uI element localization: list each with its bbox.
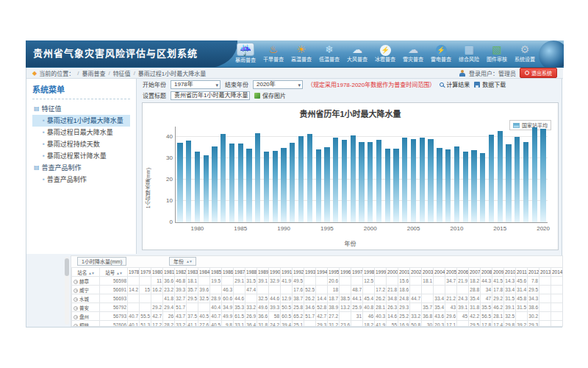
nav-item-3[interactable]: ☀高温普查 — [287, 42, 315, 63]
year-column-header[interactable]: 1988 — [245, 268, 257, 277]
year-column-header[interactable]: 1990 — [269, 268, 281, 277]
year-column-header[interactable]: 2011 — [516, 268, 528, 277]
year-column-header[interactable]: 2013 — [539, 268, 551, 277]
scrollbar-thumb[interactable] — [65, 258, 69, 276]
nav-item-10[interactable]: ▧图件审核 — [483, 42, 511, 63]
download-button-label: 数据下载 — [482, 80, 506, 88]
sidebar-item-6[interactable]: ▤普查产品制作 — [32, 162, 130, 174]
year-column-header[interactable]: 2014 — [551, 268, 563, 277]
nav-item-label: 图件审核 — [483, 56, 511, 63]
save-image-button-label: 保存图片 — [262, 91, 286, 99]
year-column-header[interactable]: 1985 — [210, 268, 222, 277]
header-label: 站名 — [77, 270, 87, 275]
sidebar-item-label: 暴雨过程持续天数 — [47, 138, 100, 150]
nav-item-2[interactable]: ♨干旱普查 — [259, 42, 287, 63]
sort-arrows-icon[interactable]: ▲▼ — [116, 271, 122, 275]
value-cell — [198, 277, 210, 286]
year-column-header[interactable]: 1995 — [328, 268, 340, 277]
row-select-radio[interactable] — [74, 280, 78, 284]
sidebar-item-4[interactable]: ▪暴雨过程持续天数 — [32, 138, 130, 150]
sort-arrows-icon[interactable]: ▲▼ — [186, 259, 192, 263]
year-column-header[interactable]: 2012 — [528, 268, 539, 277]
save-image-button[interactable]: 保存图片 — [254, 91, 286, 99]
year-column-header[interactable]: 1991 — [281, 268, 293, 277]
year-column-header[interactable]: 2002 — [410, 268, 422, 277]
year-column-header[interactable]: 1992 — [293, 268, 304, 277]
logout-button[interactable]: 退出系统 — [520, 68, 557, 78]
breadcrumb-segment[interactable]: 特征值 — [113, 69, 131, 77]
value-cell — [434, 286, 445, 294]
year-column-header[interactable]: 1986 — [222, 268, 234, 277]
year-column-header[interactable]: 1998 — [363, 268, 375, 277]
station-name-header[interactable]: 站名 ▲▼ — [72, 268, 100, 277]
download-data-button[interactable]: 数据下载 — [474, 80, 506, 88]
year-column-header[interactable]: 2000 — [387, 268, 398, 277]
year-column-header[interactable]: 1987 — [234, 268, 245, 277]
value-cell: 28.1 — [375, 303, 387, 312]
year-column-header[interactable]: 1978 — [128, 268, 140, 277]
year-column-header[interactable]: 1989 — [257, 268, 269, 277]
row-select-radio[interactable] — [74, 306, 78, 311]
sidebar-item-1[interactable]: ▤特征值 — [32, 103, 130, 115]
sidebar-item-5[interactable]: ▪暴雨过程累计降水量 — [32, 150, 130, 162]
value-cell: 29.5 — [187, 294, 198, 303]
year-column-header[interactable]: 1984 — [198, 268, 210, 277]
document-icon: ▪ — [43, 174, 45, 185]
end-year-select[interactable]: 2020年 — [253, 80, 303, 89]
nav-item-1[interactable]: ☔暴雨普查 — [232, 42, 259, 63]
station-id-header[interactable]: 站号 ▲▼ — [100, 268, 128, 277]
start-year-select[interactable]: 1978年 — [171, 80, 220, 89]
table-vertical-scrollbar[interactable] — [65, 257, 69, 325]
value-cell — [539, 277, 551, 286]
sidebar-item-2[interactable]: ▪暴雨过程1小时最大降水量 — [32, 115, 130, 127]
bar-1979 — [186, 141, 191, 222]
bar-1983 — [220, 134, 226, 222]
year-column-header[interactable]: 2007 — [469, 268, 481, 277]
year-dimension-chip[interactable]: 年份 ▲▼ — [169, 257, 196, 266]
year-column-header[interactable]: 2001 — [398, 268, 410, 277]
year-column-header[interactable]: 2004 — [434, 268, 445, 277]
nav-item-6[interactable]: ⚡冰雹普查 — [371, 42, 399, 63]
year-column-header[interactable]: 2003 — [422, 268, 434, 277]
year-column-header[interactable]: 1981 — [163, 268, 175, 277]
value-cell: 31.8 — [469, 303, 481, 312]
chart-title-input[interactable]: 贵州省历年1小时最大降水量 — [171, 91, 250, 100]
lightning-icon: ⚡ — [436, 45, 447, 56]
nav-item-7[interactable]: ☁雪灾普查 — [399, 42, 427, 63]
measure-chip[interactable]: 1小时降水量(mm) — [77, 257, 126, 266]
year-column-header[interactable]: 1993 — [304, 268, 316, 277]
nav-item-4[interactable]: ❄低温普查 — [315, 42, 343, 63]
year-column-header[interactable]: 1982 — [175, 268, 187, 277]
row-select-radio[interactable] — [74, 297, 78, 302]
bar-2003 — [393, 149, 398, 222]
year-column-header[interactable]: 2015 — [563, 268, 564, 277]
year-column-header[interactable]: 1996 — [340, 268, 351, 277]
nav-item-9[interactable]: ▦综合风险 — [455, 42, 483, 63]
year-column-header[interactable]: 2005 — [445, 268, 457, 277]
sort-arrows-icon[interactable]: ▲▼ — [88, 271, 94, 275]
breadcrumb-segment[interactable]: 暴雨普查 — [82, 69, 105, 77]
year-column-header[interactable]: 1997 — [351, 268, 363, 277]
row-select-radio[interactable] — [74, 315, 78, 319]
value-cell — [563, 321, 564, 328]
row-select-radio[interactable] — [74, 289, 78, 293]
year-column-header[interactable]: 2010 — [504, 268, 516, 277]
nav-item-11[interactable]: ⚙系统设置 — [511, 42, 539, 63]
year-column-header[interactable]: 1979 — [140, 268, 151, 277]
sidebar-item-3[interactable]: ▪暴雨过程日最大降水量 — [32, 127, 130, 138]
year-column-header[interactable]: 1980 — [151, 268, 163, 277]
nav-item-5[interactable]: ☁大风普查 — [343, 42, 371, 63]
value-cell: 40.8 — [363, 303, 375, 312]
row-select-radio[interactable] — [74, 324, 78, 328]
year-column-header[interactable]: 1999 — [375, 268, 387, 277]
calculate-button[interactable]: 计算结果 — [440, 80, 470, 88]
nav-item-8[interactable]: ⚡雷电普查 — [427, 42, 455, 63]
year-column-header[interactable]: 1994 — [316, 268, 328, 277]
year-column-header[interactable]: 1983 — [187, 268, 198, 277]
year-column-header[interactable]: 2006 — [457, 268, 469, 277]
sidebar-item-7[interactable]: ▪普查产品制作 — [32, 174, 130, 185]
year-column-header[interactable]: 2009 — [492, 268, 504, 277]
value-cell: 16.2 — [151, 286, 163, 294]
value-cell: 32.5 — [198, 294, 210, 303]
year-column-header[interactable]: 2008 — [481, 268, 492, 277]
